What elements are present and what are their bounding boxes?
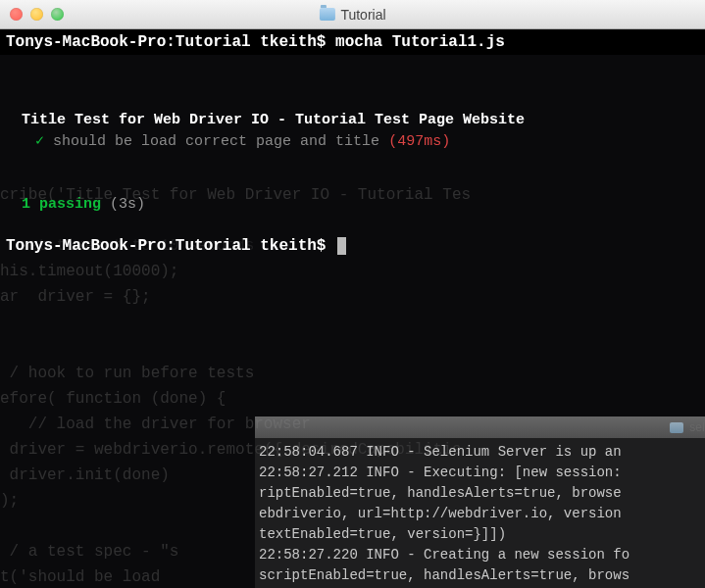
terminal[interactable]: cribe('Title Test for Web Driver IO - Tu… (0, 29, 705, 588)
test-case-text: should be load correct page and title (53, 133, 379, 150)
prompt-host: Tonys-MacBook-Pro:Tutorial (6, 237, 251, 255)
passing-count: 1 passing (22, 196, 101, 213)
test-duration: (497ms) (388, 133, 450, 150)
selenium-tab-label: seleniun (689, 420, 705, 434)
cursor-icon (337, 237, 346, 255)
test-summary: 1 passing (3s) (0, 194, 705, 216)
prompt-user: tkeith$ (260, 33, 326, 51)
folder-icon (319, 8, 334, 21)
window-title-bar: Tutorial (0, 0, 705, 29)
window-title: Tutorial (319, 7, 385, 23)
command-line: Tonys-MacBook-Pro:Tutorial tkeith$ mocha… (0, 29, 705, 55)
command-line-idle: Tonys-MacBook-Pro:Tutorial tkeith$ (0, 233, 705, 259)
test-suite-title: Title Test for Web Driver IO - Tutorial … (0, 110, 705, 131)
minimize-icon[interactable] (30, 8, 43, 21)
prompt-user: tkeith$ (260, 237, 326, 255)
maximize-icon[interactable] (51, 8, 64, 21)
test-case-line: ✓ should be load correct page and title … (0, 131, 705, 153)
selenium-log-output: 22:58:04.687 INFO - Selenium Server is u… (255, 438, 705, 588)
selenium-title-bar: seleniun (255, 416, 705, 438)
close-icon[interactable] (10, 8, 23, 21)
window-title-text: Tutorial (340, 7, 385, 23)
total-duration: (3s) (110, 196, 145, 213)
traffic-lights (10, 8, 64, 21)
selenium-log-window: seleniun 22:58:04.687 INFO - Selenium Se… (255, 416, 705, 588)
prompt-host: Tonys-MacBook-Pro:Tutorial (6, 33, 251, 51)
command-text: mocha Tutorial1.js (335, 33, 505, 51)
folder-icon (670, 422, 683, 433)
checkmark-icon: ✓ (35, 133, 44, 150)
